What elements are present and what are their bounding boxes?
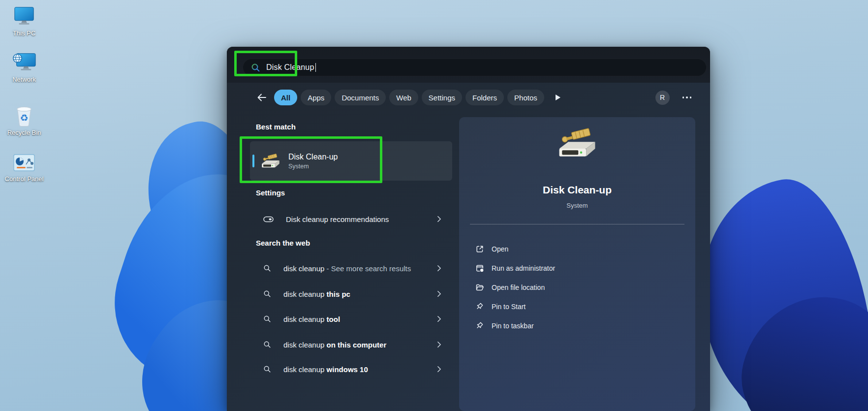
action-label: Pin to Start [492,303,526,311]
suggestion-query: disk cleanup [283,365,327,374]
desktop-icon-this-pc[interactable]: This PC [3,5,45,37]
admin-window-icon [475,263,484,273]
suggestion-completion: this pc [327,290,350,298]
desktop-icon-recycle-bin[interactable]: ♻ Recycle Bin [3,104,45,136]
action-label: Run as administrator [492,264,555,272]
settings-result-label: Disk cleanup recommendations [286,215,389,223]
tab-settings[interactable]: Settings [422,90,462,105]
desktop-icon-label: Recycle Bin [3,129,45,136]
action-label: Open file location [492,284,545,291]
desktop-icon-label: This PC [3,30,45,37]
desktop-icon-network[interactable]: Network [3,51,45,83]
search-query-text: Disk Cleanup [266,63,314,72]
suggestion-query: disk cleanup [283,341,327,349]
this-pc-icon [3,5,45,28]
folder-open-icon [475,283,484,292]
detail-subtitle: System [459,202,695,209]
desktop-icon-label: Network [3,76,45,83]
text-cursor [315,63,316,72]
open-external-icon [475,244,484,253]
action-open-file-location[interactable]: Open file location [459,278,695,297]
tab-folders[interactable]: Folders [465,90,504,105]
chevron-right-icon [437,316,441,322]
web-heading: Search the web [256,239,310,247]
back-arrow-icon [256,92,267,103]
tabs-overflow-icon[interactable] [556,95,560,100]
tab-documents[interactable]: Documents [335,90,386,105]
best-match-heading: Best match [256,123,296,131]
suggestion-completion: tool [327,315,341,323]
action-label: Open [492,245,508,253]
search-icon [251,63,260,72]
tab-web[interactable]: Web [389,90,418,105]
chevron-right-icon [437,366,441,373]
disk-cleanup-icon [261,152,280,170]
chevron-right-icon [437,265,441,272]
settings-result-disk-cleanup-recommendations[interactable]: Disk cleanup recommendations [250,208,452,230]
pin-icon [475,321,484,330]
chevron-right-icon [437,290,441,297]
tab-all[interactable]: All [274,90,297,105]
web-suggestion[interactable]: disk cleanup - See more search results [250,257,452,279]
storage-drive-icon [263,216,274,222]
search-icon [263,341,271,348]
search-icon [263,365,271,373]
chevron-right-icon [437,341,441,348]
search-icon [263,290,271,298]
web-suggestion[interactable]: disk cleanup tool [250,308,452,330]
search-flyout-panel: Disk Cleanup All Apps Documents Web Sett… [227,47,710,411]
more-options-icon[interactable] [682,96,692,98]
suggestion-completion: windows 10 [327,365,368,374]
wallpaper-bloom-petal [726,280,868,411]
svg-text:♻: ♻ [20,112,28,124]
disk-cleanup-icon [557,125,597,161]
chevron-right-icon [437,216,441,222]
suggestion-query: disk cleanup [283,264,324,273]
detail-title: Disk Clean-up [459,184,695,196]
action-pin-to-start[interactable]: Pin to Start [459,297,695,316]
web-suggestion[interactable]: disk cleanup windows 10 [250,358,452,380]
suggestion-query: disk cleanup [283,290,327,298]
pin-icon [475,302,484,311]
search-filter-tabs: All Apps Documents Web Settings Folders … [255,88,691,107]
best-match-result[interactable]: Disk Clean-up System [250,141,452,181]
suggestion-query: disk cleanup [283,315,327,323]
web-suggestion[interactable]: disk cleanup this pc [250,283,452,305]
suggestion-see-more: - See more search results [324,264,411,273]
wallpaper-bloom-petal [682,169,868,411]
result-detail-pane: Disk Clean-up System Open [459,117,695,411]
profile-avatar[interactable]: R [655,91,670,105]
best-match-title: Disk Clean-up [288,153,338,161]
suggestion-completion: on this computer [327,341,387,349]
web-suggestion[interactable]: disk cleanup on this computer [250,334,452,355]
selection-accent-bar [252,155,254,167]
windows-desktop: { "desktop": { "icons": [ {"label": "Thi… [0,0,868,411]
recycle-bin-icon: ♻ [3,104,45,127]
control-panel-icon [3,151,45,173]
action-label: Pin to taskbar [492,322,534,330]
detail-divider [470,224,684,224]
action-run-as-administrator[interactable]: Run as administrator [459,258,695,278]
desktop-icon-label: Control Panel [3,175,45,183]
tab-photos[interactable]: Photos [507,90,544,105]
action-pin-to-taskbar[interactable]: Pin to taskbar [459,316,695,335]
settings-heading: Settings [256,189,285,197]
network-icon [3,51,45,74]
search-icon [263,315,271,323]
search-icon [263,264,271,272]
back-button[interactable] [255,91,268,104]
action-open[interactable]: Open [459,239,695,258]
detail-actions: Open Run as administrator [459,239,695,335]
tab-apps[interactable]: Apps [301,90,331,105]
search-input[interactable]: Disk Cleanup [243,59,707,76]
desktop-icon-control-panel[interactable]: Control Panel [3,151,45,183]
best-match-subtitle: System [288,163,338,170]
